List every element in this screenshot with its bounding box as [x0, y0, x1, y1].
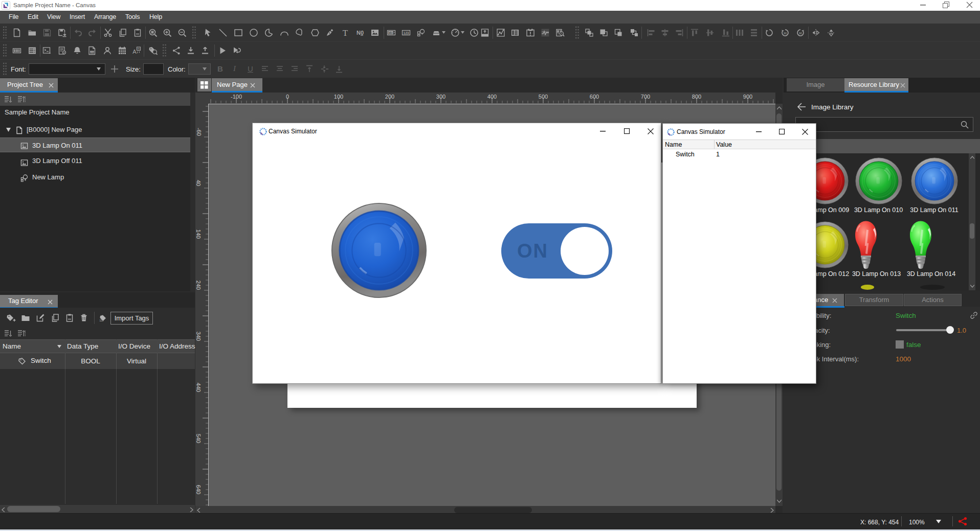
svg-text:123: 123 [100, 319, 104, 322]
svg-text:A: A [132, 49, 137, 55]
svg-text:123: 123 [404, 31, 409, 35]
svg-text:한: 한 [138, 47, 140, 50]
svg-text:abc: abc [389, 31, 393, 34]
svg-text:LOG: LOG [90, 51, 95, 54]
svg-text:N0: N0 [357, 30, 364, 36]
svg-text:90: 90 [799, 32, 802, 35]
svg-text:90: 90 [784, 32, 787, 35]
svg-text:T: T [343, 28, 348, 38]
